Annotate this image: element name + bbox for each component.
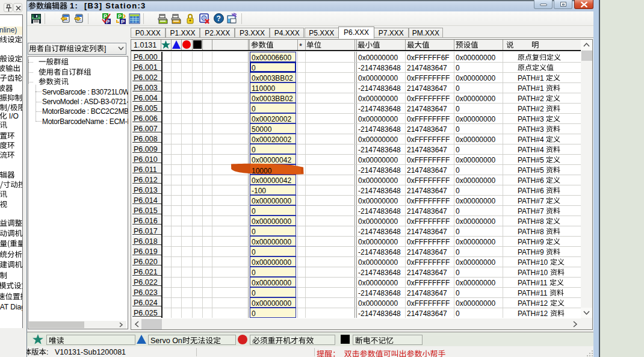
svg-text:?: ? <box>217 14 221 23</box>
svg-text:P: P <box>121 19 125 25</box>
